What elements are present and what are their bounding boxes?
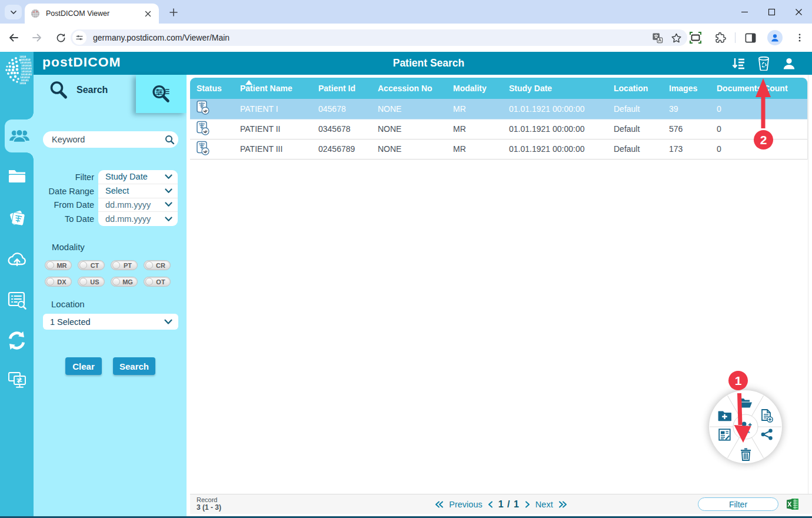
browser-toolbar: germany.postdicom.com/Viewer/Main xyxy=(0,24,812,52)
modality-radio-mr[interactable]: MR xyxy=(45,260,72,270)
cell-patient-name: PATIENT I xyxy=(234,99,312,119)
cell-study-date: 01.01.1921 00:00:00 xyxy=(502,139,607,159)
study-status-icon xyxy=(195,121,211,136)
browser-tab[interactable]: PostDICOM Viewer xyxy=(25,4,159,24)
last-page-icon[interactable] xyxy=(558,501,567,508)
keyword-search-icon[interactable] xyxy=(165,135,175,145)
radial-add-patient-button[interactable] xyxy=(738,420,753,434)
next-page-icon[interactable] xyxy=(525,501,530,508)
back-button[interactable] xyxy=(4,28,24,48)
sidebar-item-folders[interactable] xyxy=(0,160,34,192)
window-maximize-button[interactable] xyxy=(758,0,785,24)
keyword-input[interactable] xyxy=(43,131,178,148)
radio-circle xyxy=(79,278,87,285)
radial-delete-button[interactable] xyxy=(738,447,753,461)
date-range-select[interactable]: Select xyxy=(98,184,178,198)
url-text[interactable]: germany.postdicom.com/Viewer/Main xyxy=(93,33,650,42)
next-page-button[interactable]: Next xyxy=(535,500,553,509)
table-row-patient-3[interactable]: PATIENT III 02456789 NONE MR 01.01.1921 … xyxy=(190,139,808,159)
radial-share-button[interactable] xyxy=(760,427,774,441)
modality-radio-pt[interactable]: PT xyxy=(111,260,138,270)
sidebar-item-cloud-upload[interactable] xyxy=(0,243,34,275)
radial-report-button[interactable] xyxy=(717,427,731,441)
filter-select[interactable]: Study Date xyxy=(98,170,178,184)
app-header: postDICOM Patient Search xyxy=(34,52,812,75)
extensions-puzzle-icon[interactable] xyxy=(712,29,728,46)
col-patient-name[interactable]: Patient Name xyxy=(234,78,312,99)
site-settings-icon[interactable] xyxy=(72,31,86,45)
address-bar[interactable]: germany.postdicom.com/Viewer/Main xyxy=(71,29,687,46)
tab-close-icon[interactable] xyxy=(142,8,153,19)
col-images[interactable]: Images xyxy=(663,78,710,99)
filter-button[interactable]: Filter xyxy=(698,497,778,511)
sidebar-item-dicom-images[interactable] xyxy=(0,201,34,234)
first-page-icon[interactable] xyxy=(435,501,444,508)
sidebar-item-viewers[interactable] xyxy=(0,363,34,396)
cell-images: 576 xyxy=(663,119,710,139)
radial-open-folder-button[interactable] xyxy=(738,396,753,410)
clear-button[interactable]: Clear xyxy=(65,357,102,375)
tab-advanced-search[interactable] xyxy=(136,75,187,113)
col-patient-id[interactable]: Patient Id xyxy=(312,78,371,99)
forward-button[interactable] xyxy=(27,28,47,48)
modality-radio-ot[interactable]: OT xyxy=(144,277,171,287)
col-modality[interactable]: Modality xyxy=(447,78,502,99)
sort-ascending-icon xyxy=(245,80,252,85)
col-status[interactable]: Status xyxy=(190,78,234,99)
reload-button[interactable] xyxy=(51,28,71,48)
modality-radio-label: CR xyxy=(153,262,170,269)
sidebar-item-patient-search[interactable] xyxy=(5,119,34,152)
list-search-icon xyxy=(7,291,27,310)
window-minimize-button[interactable] xyxy=(731,0,758,24)
profile-avatar[interactable] xyxy=(767,29,783,46)
table-row-patient-2[interactable]: PATIENT II 0345678 NONE MR 01.01.1921 00… xyxy=(190,119,808,139)
account-icon[interactable] xyxy=(781,56,797,71)
col-location[interactable]: Location xyxy=(607,78,663,99)
bookmark-star-icon[interactable] xyxy=(668,30,684,45)
browser-tabstrip: PostDICOM Viewer xyxy=(0,0,812,24)
to-date-select-value: dd.mm.yyyy xyxy=(105,214,165,224)
tab-search-button[interactable] xyxy=(5,5,22,19)
previous-page-button[interactable]: Previous xyxy=(449,500,482,509)
previous-page-icon[interactable] xyxy=(488,501,493,508)
col-study-date[interactable]: Study Date xyxy=(502,78,607,99)
sort-order-icon[interactable] xyxy=(731,56,746,71)
modality-radio-dx[interactable]: DX xyxy=(45,277,72,287)
location-select[interactable]: 1 Selected xyxy=(43,314,178,330)
sidebar-item-worklist-search[interactable] xyxy=(0,284,34,317)
translate-icon[interactable] xyxy=(650,30,665,45)
col-documents-count[interactable]: Documents Count xyxy=(710,78,808,99)
window-close-button[interactable] xyxy=(785,0,812,24)
modality-radio-cr[interactable]: CR xyxy=(144,260,171,270)
cell-modality: MR xyxy=(447,99,502,119)
modality-radio-us[interactable]: US xyxy=(78,277,105,287)
cell-accession-no: NONE xyxy=(371,119,447,139)
from-date-select[interactable]: dd.mm.yyyy xyxy=(98,198,178,212)
search-button[interactable]: Search xyxy=(113,357,155,375)
side-panel-icon[interactable] xyxy=(742,29,758,46)
modality-radio-label: DX xyxy=(54,278,71,285)
radial-new-folder-button[interactable] xyxy=(717,409,731,423)
recycle-bin-icon[interactable] xyxy=(756,56,771,71)
search-icon xyxy=(49,80,69,100)
to-date-select[interactable]: dd.mm.yyyy xyxy=(98,212,178,226)
annotation-step-1: 1 xyxy=(728,371,748,390)
radial-new-document-button[interactable] xyxy=(760,409,774,423)
tab-basic-search[interactable]: Search xyxy=(34,75,136,105)
modality-radio-label: MR xyxy=(54,262,71,269)
browser-menu-icon[interactable] xyxy=(791,29,808,46)
col-accession-no[interactable]: Accession No xyxy=(371,78,447,99)
modality-radio-label: US xyxy=(87,278,104,285)
modality-radio-label: MG xyxy=(120,278,137,285)
app-sidebar: 10101010101010101 1010101010101010101010… xyxy=(0,52,34,516)
screenshot-extension-icon[interactable] xyxy=(687,29,704,46)
location-select-value: 1 Selected xyxy=(50,317,164,327)
table-row-patient-1[interactable]: PATIENT I 045678 NONE MR 01.01.1921 00:0… xyxy=(190,99,808,119)
new-tab-button[interactable] xyxy=(166,5,181,20)
study-status-icon xyxy=(195,141,211,156)
export-excel-button[interactable] xyxy=(786,497,800,511)
modality-radio-mg[interactable]: MG xyxy=(111,277,138,287)
modality-radio-ct[interactable]: CT xyxy=(78,260,105,270)
sidebar-item-transfer[interactable] xyxy=(0,324,34,357)
filter-select-value: Study Date xyxy=(105,172,165,181)
